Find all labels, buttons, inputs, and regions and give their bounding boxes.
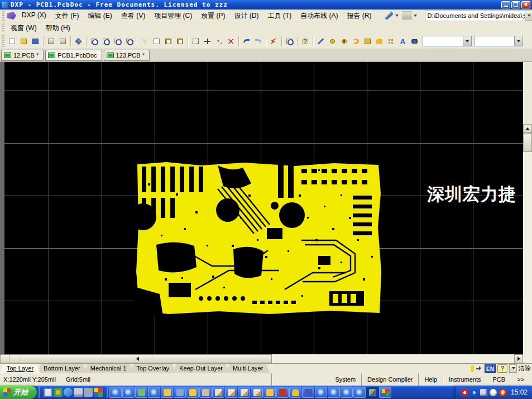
layer-tab-0[interactable]: Top Layer: [0, 364, 40, 373]
place-arc-icon[interactable]: [351, 36, 361, 46]
browse-layers-icon[interactable]: [73, 36, 84, 46]
windows-update-icon[interactable]: [94, 388, 103, 397]
zoom-pointer-icon[interactable]: [124, 36, 135, 46]
msn-explorer-icon[interactable]: [64, 388, 73, 397]
task-button-ie[interactable]: [122, 387, 135, 398]
horizontal-scroll-thumb[interactable]: [9, 354, 21, 363]
pcb-canvas[interactable]: 深圳宏力捷: [4, 62, 523, 354]
menu-item-0[interactable]: DXP (X): [17, 10, 51, 22]
task-button-wordpad[interactable]: [174, 387, 186, 398]
document-tab-1[interactable]: PCB1.PcbDoc: [45, 50, 102, 61]
panel-button-3[interactable]: Instruments: [443, 373, 486, 386]
menu-item-6[interactable]: 设计 (D): [229, 10, 263, 22]
menu-item-1[interactable]: 文件 (F): [51, 10, 84, 22]
task-button-folder-open[interactable]: [186, 387, 199, 398]
redo-icon[interactable]: [253, 36, 263, 46]
move-selection-icon[interactable]: [202, 36, 213, 46]
document-tab-0[interactable]: 12.PCB *: [1, 50, 44, 61]
copy-icon[interactable]: [151, 36, 162, 46]
internet-explorer-icon[interactable]: [84, 388, 93, 397]
language-indicator[interactable]: EN: [485, 364, 496, 373]
menu-item-8[interactable]: 自动布线 (A): [296, 10, 342, 22]
audio-manager-icon[interactable]: [471, 389, 478, 396]
menu-item-4[interactable]: 项目管理 (C): [150, 10, 196, 22]
restore-button[interactable]: [511, 1, 520, 8]
toolbar-combo-2-dropdown[interactable]: [514, 36, 523, 46]
menu-item2-1[interactable]: 帮助 (H): [41, 22, 75, 34]
print-icon[interactable]: [46, 36, 56, 46]
place-pad-icon[interactable]: [327, 36, 338, 46]
undo-icon[interactable]: [241, 36, 252, 46]
task-button-ie[interactable]: [353, 387, 366, 398]
close-button[interactable]: [521, 1, 530, 8]
toolbar-combo-2[interactable]: [474, 36, 523, 46]
place-component-icon[interactable]: [409, 36, 420, 46]
menu-item-2[interactable]: 编辑 (E): [83, 10, 116, 22]
task-button-protel[interactable]: [251, 387, 263, 398]
task-button-protel[interactable]: [225, 387, 237, 398]
place-fill-icon[interactable]: [362, 36, 373, 46]
interactive-routing-icon[interactable]: [269, 36, 279, 46]
vertical-scrollbar[interactable]: [523, 124, 532, 399]
utilities-dropdown[interactable]: [384, 11, 399, 20]
help-icon[interactable]: [300, 36, 310, 46]
network-icon[interactable]: [480, 389, 487, 396]
panel-button-0[interactable]: System: [329, 373, 361, 386]
task-button-protel[interactable]: [212, 387, 224, 398]
paste-icon[interactable]: [163, 36, 174, 46]
volume-muted-icon[interactable]: [461, 389, 468, 396]
place-paste-array-icon[interactable]: [386, 36, 396, 46]
toolbar-combo-1[interactable]: [423, 36, 472, 46]
fit-area-icon[interactable]: [100, 36, 111, 46]
bulb-icon[interactable]: [490, 389, 497, 396]
clear-button[interactable]: 清除: [519, 364, 531, 373]
save-document-icon[interactable]: [30, 36, 41, 46]
layer-tab-4[interactable]: Keep-Out Layer: [172, 364, 229, 373]
task-button-ie[interactable]: [148, 387, 160, 398]
menu-item-9[interactable]: 报告 (R): [342, 10, 376, 22]
scroll-up-button[interactable]: [523, 124, 532, 133]
menu-item-3[interactable]: 查看 (V): [117, 10, 150, 22]
filter-icon[interactable]: [476, 366, 483, 372]
panel-button-2[interactable]: Help: [418, 373, 443, 386]
task-button-paint[interactable]: [199, 387, 212, 398]
toolbar-grip[interactable]: [2, 11, 4, 21]
task-button-notebook[interactable]: [302, 387, 314, 398]
paste-array-icon[interactable]: [175, 36, 185, 46]
menu-item-7[interactable]: 工具 (T): [263, 10, 296, 22]
task-button-windows-update[interactable]: [379, 387, 391, 398]
layer-tab-1[interactable]: Bottom Layer: [37, 364, 87, 373]
address-combobox[interactable]: D:\Documents and Settings\midea\桌面: [425, 11, 532, 21]
panel-button-5[interactable]: >>: [511, 373, 530, 386]
scroll-right-button[interactable]: [514, 354, 523, 363]
address-dropdown-button[interactable]: [525, 11, 532, 21]
menu-item2-0[interactable]: 视窗 (W): [6, 22, 41, 34]
windows-media-player-icon[interactable]: [54, 388, 63, 397]
apply-selection-icon[interactable]: [214, 36, 224, 46]
language-options-button[interactable]: [509, 364, 517, 373]
open-document-icon[interactable]: [18, 36, 29, 46]
toolbar-grip[interactable]: [2, 23, 4, 32]
task-button-acdsee[interactable]: [366, 387, 378, 398]
task-button-ie[interactable]: [109, 387, 122, 398]
bulb-red-icon[interactable]: [499, 389, 506, 396]
place-via-icon[interactable]: [339, 36, 349, 46]
menu-item-5[interactable]: 放置 (P): [196, 10, 229, 22]
task-button-books[interactable]: [276, 387, 289, 398]
task-button-folder[interactable]: [263, 387, 276, 398]
new-document-icon[interactable]: [7, 36, 17, 46]
toolbar-combo-1-dropdown[interactable]: [463, 36, 471, 46]
clear-filter-icon[interactable]: [226, 36, 236, 46]
calculator-icon[interactable]: [74, 388, 83, 397]
zoom-selection-icon[interactable]: [112, 36, 123, 46]
layer-tab-2[interactable]: Mechanical 1: [84, 364, 133, 373]
scroll-left-button[interactable]: [0, 354, 272, 363]
panel-button-1[interactable]: Design Compiler: [361, 373, 418, 386]
task-button-folder[interactable]: [161, 387, 173, 398]
language-help-button[interactable]: ?: [497, 364, 507, 373]
task-button-ie[interactable]: [341, 387, 353, 398]
fit-document-icon[interactable]: [89, 36, 99, 46]
vertical-scroll-thumb[interactable]: [523, 133, 532, 152]
mask-level-icon[interactable]: [470, 365, 475, 372]
layer-tab-3[interactable]: Top Overlay: [130, 364, 176, 373]
